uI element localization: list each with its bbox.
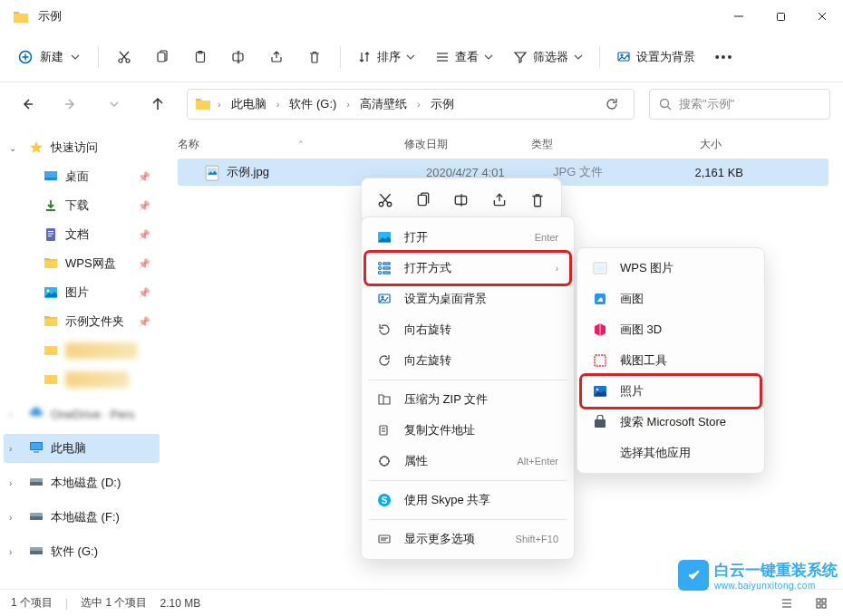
minimize-button[interactable] (718, 2, 760, 31)
more-icon (377, 532, 392, 546)
sidebar-desktop[interactable]: 桌面 📌 (4, 162, 160, 191)
set-wallpaper-button[interactable]: 设置为背景 (607, 43, 704, 71)
submenu-paint3d[interactable]: 画图 3D (582, 314, 760, 345)
pin-icon: 📌 (138, 258, 150, 270)
picture-icon (44, 285, 58, 300)
refresh-button[interactable] (597, 98, 626, 111)
breadcrumb-item[interactable]: 示例 (427, 94, 458, 114)
column-size-header[interactable]: 大小 (640, 137, 722, 152)
menu-compress-zip[interactable]: 压缩为 ZIP 文件 (366, 384, 569, 415)
delete-button[interactable] (296, 41, 333, 73)
photos-icon (593, 384, 607, 399)
copy-button[interactable] (144, 41, 180, 73)
svg-point-22 (621, 54, 623, 56)
submenu-photos[interactable]: 照片 (582, 376, 760, 407)
breadcrumb-item[interactable]: 高清壁纸 (356, 94, 411, 114)
expand-icon[interactable]: › (9, 409, 12, 419)
rename-button[interactable] (220, 41, 257, 73)
search-icon (659, 98, 672, 111)
back-button[interactable] (13, 90, 42, 119)
sidebar-disk-f[interactable]: › 本地磁盘 (F:) (4, 503, 160, 532)
skype-icon: S (377, 493, 392, 507)
submenu-choose-other[interactable]: 选择其他应用 (582, 438, 760, 468)
new-button[interactable]: 新建 (7, 43, 91, 71)
column-type-header[interactable]: 类型 (531, 137, 640, 152)
thumbnails-view-button[interactable] (810, 593, 832, 613)
details-view-button[interactable] (776, 593, 798, 613)
submenu-label: 搜索 Microsoft Store (620, 414, 749, 430)
rename-button[interactable] (445, 184, 478, 217)
svg-rect-35 (34, 451, 39, 453)
sidebar-blurred-item[interactable] (4, 365, 160, 394)
sidebar-sample-folder[interactable]: 示例文件夹 📌 (4, 307, 160, 336)
svg-rect-81 (822, 599, 826, 602)
breadcrumb-item[interactable]: 软件 (G:) (286, 94, 340, 114)
menu-copy-path[interactable]: 复制文件地址 (366, 415, 569, 446)
copy-button[interactable] (407, 184, 440, 217)
sidebar-wps[interactable]: WPS网盘 📌 (4, 249, 160, 278)
submenu-wps-image[interactable]: WPS 图片 (582, 253, 760, 284)
cut-button[interactable] (369, 184, 402, 217)
sidebar-quick-access[interactable]: ⌄ 快速访问 (4, 133, 160, 162)
breadcrumb[interactable]: › 此电脑 › 软件 (G:) › 高清壁纸 › 示例 (187, 89, 635, 120)
menu-properties[interactable]: 属性 Alt+Enter (366, 446, 569, 476)
more-button[interactable]: ••• (706, 41, 742, 73)
recent-locations-button[interactable] (100, 90, 129, 119)
sidebar-label: 软件 (G:) (51, 544, 98, 560)
close-button[interactable] (801, 2, 843, 31)
menu-rotate-right[interactable]: 向右旋转 (366, 314, 569, 345)
menu-label: 显示更多选项 (404, 531, 503, 547)
document-icon (44, 227, 58, 242)
sidebar: ⌄ 快速访问 桌面 📌 下载 📌 文档 📌 WPS网盘 📌 图片 📌 (0, 126, 163, 582)
sidebar-disk-g[interactable]: › 软件 (G:) (4, 537, 160, 566)
submenu-paint[interactable]: 画图 (582, 284, 760, 314)
menu-skype-share[interactable]: S 使用 Skype 共享 (366, 485, 569, 515)
sidebar-blurred-item[interactable] (4, 336, 160, 365)
submenu-search-store[interactable]: 搜索 Microsoft Store (582, 407, 760, 438)
menu-set-wallpaper[interactable]: 设置为桌面背景 (366, 284, 569, 314)
column-date-header[interactable]: 修改日期 (404, 137, 531, 152)
sidebar-onedrive[interactable]: › OneDrive · Pers (4, 399, 160, 428)
view-button[interactable]: 查看 (426, 43, 502, 71)
cut-button[interactable] (106, 41, 142, 73)
up-button[interactable] (143, 90, 172, 119)
submenu-label: 截图工具 (620, 352, 749, 369)
menu-rotate-left[interactable]: 向左旋转 (366, 345, 569, 376)
column-name-header[interactable]: 名称⌃ (178, 137, 404, 152)
svg-rect-41 (30, 551, 43, 554)
svg-rect-37 (30, 482, 43, 486)
filter-button[interactable]: 筛选器 (504, 43, 592, 71)
svg-point-7 (119, 59, 122, 63)
chevron-down-icon (574, 54, 583, 60)
expand-icon[interactable]: › (9, 444, 12, 454)
expand-icon[interactable]: › (9, 478, 12, 488)
maximize-button[interactable] (760, 2, 801, 31)
search-input[interactable]: 搜索"示例" (649, 89, 830, 120)
submenu-snip[interactable]: 截图工具 (582, 345, 760, 376)
forward-button[interactable] (56, 90, 85, 119)
expand-icon[interactable]: › (9, 513, 12, 523)
svg-rect-82 (817, 604, 820, 608)
share-button[interactable] (258, 41, 295, 73)
svg-point-52 (379, 263, 382, 265)
sidebar-disk-d[interactable]: › 本地磁盘 (D:) (4, 468, 160, 497)
menu-open[interactable]: 打开 Enter (366, 222, 569, 253)
collapse-icon[interactable]: ⌄ (9, 143, 16, 153)
menu-open-with[interactable]: 打开方式 › (366, 253, 569, 284)
sidebar-documents[interactable]: 文档 📌 (4, 220, 160, 249)
menu-show-more[interactable]: 显示更多选项 Shift+F10 (366, 524, 569, 554)
expand-icon[interactable]: › (9, 547, 12, 557)
breadcrumb-item[interactable]: 此电脑 (228, 94, 270, 114)
sort-button[interactable]: 排序 (348, 43, 424, 71)
svg-point-32 (47, 290, 50, 293)
paste-button[interactable] (182, 41, 218, 73)
sidebar-label: OneDrive · Pers (51, 408, 134, 421)
share-button[interactable] (483, 184, 516, 217)
navbar: › 此电脑 › 软件 (G:) › 高清壁纸 › 示例 搜索"示例" (0, 82, 843, 126)
sidebar-pictures[interactable]: 图片 📌 (4, 278, 160, 307)
delete-button[interactable] (521, 184, 554, 217)
menu-label: 打开方式 (404, 260, 543, 276)
sidebar-downloads[interactable]: 下载 📌 (4, 191, 160, 220)
sidebar-this-pc[interactable]: › 此电脑 (4, 434, 160, 463)
menu-label: 使用 Skype 共享 (404, 492, 558, 508)
